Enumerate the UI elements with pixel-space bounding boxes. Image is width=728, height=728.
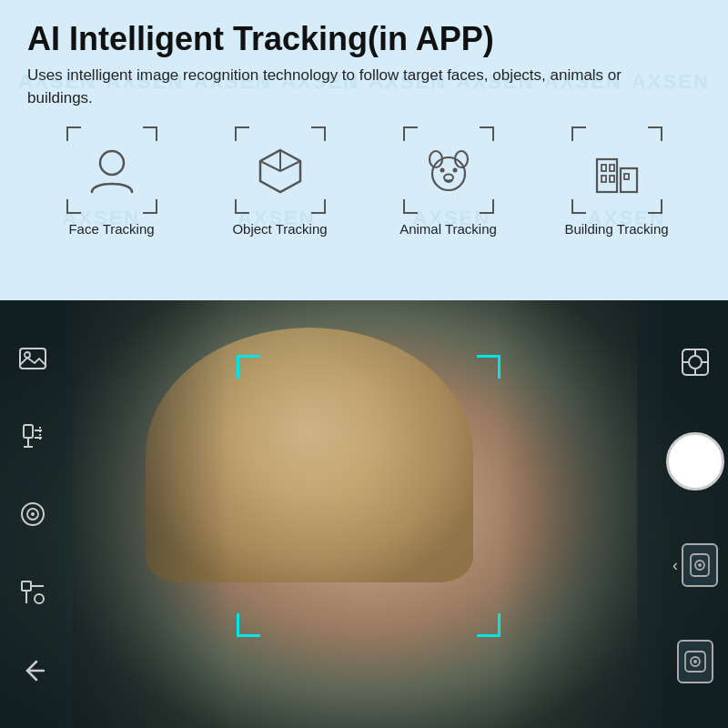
building-tracking-item: Building Tracking: [532, 126, 701, 237]
tracking-icons-row: Face Tracking Object Tracking: [27, 126, 701, 237]
svg-point-32: [35, 594, 44, 603]
object-icon: [253, 143, 308, 197]
svg-point-8: [440, 167, 444, 172]
svg-line-4: [260, 161, 280, 171]
page-title: AI Intelligent Tracking(in APP): [27, 20, 701, 57]
svg-rect-16: [610, 176, 614, 182]
building-icon: [590, 143, 644, 197]
svg-rect-12: [621, 168, 637, 192]
animal-icon: [421, 143, 476, 197]
svg-rect-14: [610, 165, 614, 171]
page-description: Uses intelligent image recognition techn…: [27, 65, 646, 109]
animal-tracking-item: Animal Tracking: [364, 126, 532, 237]
svg-rect-13: [602, 165, 606, 171]
svg-point-28: [31, 512, 35, 516]
stabilizer-icon[interactable]: [15, 419, 50, 453]
back-icon[interactable]: [15, 653, 50, 688]
gallery-icon[interactable]: [15, 340, 50, 375]
dark-overlay-right: [499, 300, 662, 728]
building-tracking-label: Building Tracking: [564, 221, 668, 237]
svg-rect-20: [24, 425, 33, 438]
animal-icon-frame: [403, 126, 494, 214]
face-icon: [85, 143, 139, 197]
settings-icon[interactable]: [677, 640, 713, 683]
svg-rect-17: [624, 174, 629, 179]
camera-view: ‹: [0, 300, 728, 728]
svg-line-3: [280, 161, 300, 171]
svg-point-0: [100, 151, 124, 175]
svg-point-35: [689, 356, 702, 369]
svg-point-45: [693, 660, 697, 663]
flip-camera-group: ‹: [672, 543, 718, 587]
svg-rect-29: [22, 581, 31, 591]
dark-overlay-left: [66, 300, 229, 728]
building-icon-frame: [571, 126, 662, 214]
top-section: AXSENAXSENAXSEN AXSENAXSENAXSEN AXSENAXS…: [0, 0, 728, 300]
flip-camera-icon[interactable]: [682, 543, 718, 587]
svg-rect-18: [20, 349, 46, 369]
object-icon-frame: [235, 126, 326, 214]
object-tracking-label: Object Tracking: [232, 221, 327, 237]
animal-tracking-label: Animal Tracking: [399, 221, 497, 237]
face-icon-frame: [66, 126, 157, 214]
right-sidebar: ‹: [662, 300, 728, 728]
svg-rect-15: [602, 176, 606, 182]
svg-point-42: [698, 563, 702, 567]
face-tracking-item: Face Tracking: [27, 126, 196, 237]
left-sidebar: [0, 300, 66, 728]
face-tracking-label: Face Tracking: [68, 221, 154, 237]
focus-icon[interactable]: [15, 575, 50, 610]
svg-point-9: [452, 167, 457, 172]
camera-icon[interactable]: [15, 497, 50, 531]
tracking-mode-icon[interactable]: [678, 345, 713, 379]
shutter-button[interactable]: [666, 432, 724, 490]
object-tracking-item: Object Tracking: [196, 126, 364, 237]
chevron-left-icon[interactable]: ‹: [672, 556, 678, 575]
